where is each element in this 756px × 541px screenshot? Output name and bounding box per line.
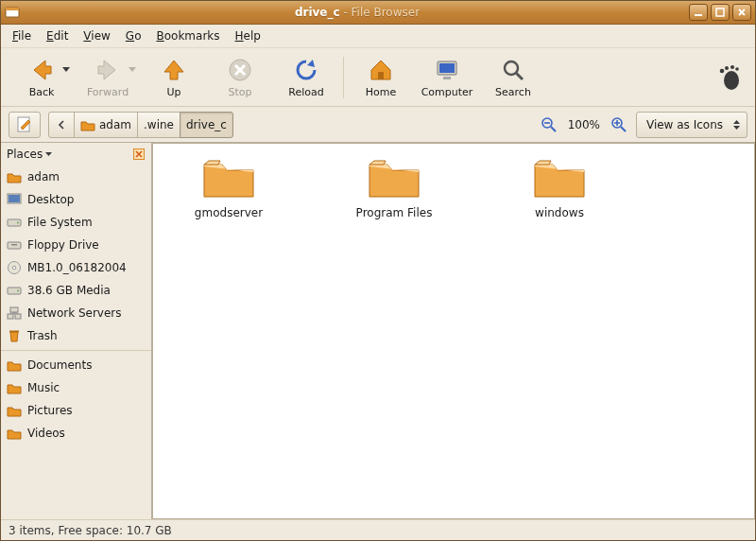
menu-file[interactable]: File bbox=[7, 27, 37, 44]
stop-button[interactable]: Stop bbox=[207, 51, 273, 104]
computer-icon bbox=[434, 57, 460, 83]
svg-point-13 bbox=[730, 65, 734, 69]
path-segment-root[interactable]: adam bbox=[74, 112, 138, 138]
sidebar-item-label: 38.6 GB Media bbox=[27, 284, 111, 297]
svg-rect-3 bbox=[716, 9, 724, 16]
window-title-app: File Browser bbox=[352, 6, 421, 19]
reload-icon bbox=[293, 57, 319, 83]
titlebar: drive_c - File Browser bbox=[1, 1, 755, 25]
zoom-in-icon bbox=[610, 116, 627, 133]
up-label: Up bbox=[166, 86, 180, 98]
sidebar-bookmark-videos[interactable]: Videos bbox=[1, 422, 151, 445]
sidebar-item-trash[interactable]: Trash bbox=[1, 324, 151, 347]
zoom-out-button[interactable] bbox=[540, 115, 558, 134]
path-overflow-button[interactable] bbox=[48, 112, 75, 138]
close-button[interactable] bbox=[732, 4, 751, 21]
maximize-button[interactable] bbox=[711, 4, 730, 21]
toolbar: Back Forward Up Stop Reload Home Compute… bbox=[1, 48, 755, 107]
sidebar-item-label: Documents bbox=[27, 358, 92, 372]
sidebar-item-media[interactable]: 38.6 GB Media bbox=[1, 279, 151, 302]
menu-help[interactable]: Help bbox=[230, 27, 266, 44]
forward-label: Forward bbox=[87, 86, 129, 98]
menu-bookmarks[interactable]: Bookmarks bbox=[150, 27, 225, 44]
folder-icon bbox=[201, 155, 256, 201]
back-dropdown-icon[interactable] bbox=[61, 64, 71, 74]
reload-button[interactable]: Reload bbox=[273, 51, 339, 104]
file-label: Program Files bbox=[356, 206, 433, 219]
path-segment-drive-c[interactable]: drive_c bbox=[180, 112, 233, 138]
sidebar-item-disc[interactable]: MB1.0_06182004 bbox=[1, 256, 151, 279]
file-pane[interactable]: gmodserver Program Files windows bbox=[152, 143, 755, 519]
svg-rect-8 bbox=[443, 77, 451, 79]
folder-home-icon bbox=[7, 169, 22, 184]
sidebar-item-floppy[interactable]: Floppy Drive bbox=[1, 234, 151, 256]
sidebar-item-label: Desktop bbox=[27, 193, 75, 206]
forward-button[interactable]: Forward bbox=[75, 51, 141, 104]
file-label: gmodserver bbox=[195, 206, 263, 219]
sidebar-item-label: Pictures bbox=[27, 404, 73, 417]
up-button[interactable]: Up bbox=[141, 51, 207, 104]
search-button[interactable]: Search bbox=[480, 51, 546, 104]
sidebar-item-label: Videos bbox=[27, 427, 65, 440]
zoom-in-button[interactable] bbox=[610, 115, 628, 134]
svg-rect-30 bbox=[8, 314, 13, 319]
svg-point-22 bbox=[17, 222, 19, 224]
chevron-left-icon bbox=[58, 120, 65, 130]
locationbar: adam .wine drive_c 100% View as Icons bbox=[1, 107, 755, 143]
svg-rect-32 bbox=[9, 331, 19, 333]
svg-rect-1 bbox=[6, 8, 19, 10]
search-label: Search bbox=[495, 86, 531, 98]
folder-home-icon bbox=[80, 118, 95, 131]
forward-dropdown-icon[interactable] bbox=[128, 64, 137, 74]
network-icon bbox=[7, 305, 22, 321]
back-arrow-icon bbox=[28, 57, 55, 83]
sidebar-item-label: MB1.0_06182004 bbox=[27, 261, 127, 274]
file-item-program-files[interactable]: Program Files bbox=[337, 155, 451, 219]
close-icon bbox=[133, 148, 145, 160]
sidebar-item-label: adam bbox=[27, 170, 60, 183]
svg-point-11 bbox=[720, 68, 725, 73]
sidebar-bookmark-pictures[interactable]: Pictures bbox=[1, 399, 151, 422]
statusbar: 3 items, Free space: 10.7 GB bbox=[1, 519, 755, 540]
drive-icon bbox=[7, 237, 22, 253]
sidebar-item-adam[interactable]: adam bbox=[1, 166, 151, 188]
minimize-button[interactable] bbox=[689, 4, 708, 21]
edit-location-button[interactable] bbox=[9, 112, 41, 138]
file-item-gmodserver[interactable]: gmodserver bbox=[172, 155, 285, 219]
home-button[interactable]: Home bbox=[348, 51, 414, 104]
sidebar-item-label: Floppy Drive bbox=[27, 238, 99, 252]
home-icon bbox=[368, 57, 394, 83]
window-title: drive_c - File Browser bbox=[26, 6, 689, 19]
svg-rect-5 bbox=[378, 72, 384, 79]
svg-point-14 bbox=[735, 67, 739, 71]
sidebar-item-filesystem[interactable]: File System bbox=[1, 211, 151, 234]
path-segment-wine[interactable]: .wine bbox=[137, 112, 180, 138]
folder-icon bbox=[367, 155, 421, 201]
file-item-windows[interactable]: windows bbox=[503, 155, 616, 219]
sidebar-item-network[interactable]: Network Servers bbox=[1, 302, 151, 324]
view-mode-label: View as Icons bbox=[646, 118, 723, 131]
sidebar-header[interactable]: Places bbox=[1, 143, 151, 166]
file-label: windows bbox=[535, 206, 584, 219]
sidebar-item-desktop[interactable]: Desktop bbox=[1, 188, 151, 211]
menu-edit[interactable]: Edit bbox=[41, 27, 74, 44]
svg-point-26 bbox=[12, 266, 16, 270]
chevron-down-icon bbox=[44, 151, 53, 157]
menu-view[interactable]: View bbox=[77, 27, 115, 44]
sidebar-item-label: File System bbox=[27, 216, 93, 229]
menubar: File Edit View Go Bookmarks Help bbox=[1, 25, 755, 48]
sidebar-bookmark-documents[interactable]: Documents bbox=[1, 354, 151, 376]
svg-point-12 bbox=[725, 66, 729, 70]
computer-button[interactable]: Computer bbox=[414, 51, 480, 104]
zoom-controls: 100% bbox=[540, 115, 628, 134]
path-segment-root-label: adam bbox=[99, 118, 131, 131]
svg-rect-29 bbox=[10, 307, 18, 312]
sidebar-bookmark-music[interactable]: Music bbox=[1, 376, 151, 399]
view-mode-selector[interactable]: View as Icons bbox=[636, 112, 747, 138]
close-sidebar-button[interactable] bbox=[132, 148, 146, 161]
menu-go[interactable]: Go bbox=[120, 27, 147, 44]
folder-icon bbox=[7, 380, 22, 395]
stop-label: Stop bbox=[228, 86, 251, 98]
back-button[interactable]: Back bbox=[9, 51, 75, 104]
drive-icon bbox=[7, 283, 22, 298]
